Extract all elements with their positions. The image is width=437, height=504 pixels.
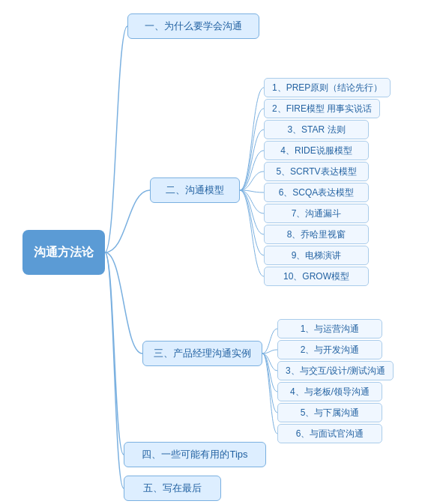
leaf-node: 4、RIDE说服模型 [264,141,369,160]
branch-node-b2: 二、沟通模型 [150,177,240,203]
leaf-node: 5、SCRTV表达模型 [264,162,369,181]
branch-node-b3: 三、产品经理沟通实例 [142,341,262,366]
mind-map: 沟通方法论一、为什么要学会沟通二、沟通模型1、PREP原则（结论先行）2、FIR… [0,0,437,504]
leaf-node: 8、乔哈里视窗 [264,225,369,244]
leaf-node: 5、与下属沟通 [277,403,382,422]
leaf-node: 3、STAR 法则 [264,120,369,139]
leaf-node: 10、GROW模型 [264,267,369,286]
leaf-node: 2、与开发沟通 [277,340,382,359]
branch-node-b5: 五、写在最后 [124,476,221,501]
leaf-node: 4、与老板/领导沟通 [277,382,382,401]
leaf-node: 2、FIRE模型 用事实说话 [264,99,380,118]
leaf-node: 6、与面试官沟通 [277,424,382,443]
root-node: 沟通方法论 [22,230,105,275]
leaf-node: 1、PREP原则（结论先行） [264,78,391,97]
branch-node-b4: 四、一些可能有用的Tips [124,442,266,467]
leaf-node: 6、SCQA表达模型 [264,183,369,202]
leaf-node: 3、与交互/设计/测试沟通 [277,361,394,380]
leaf-node: 9、电梯演讲 [264,246,369,265]
leaf-node: 7、沟通漏斗 [264,204,369,223]
branch-node-b1: 一、为什么要学会沟通 [127,13,259,39]
leaf-node: 1、与运营沟通 [277,319,382,338]
